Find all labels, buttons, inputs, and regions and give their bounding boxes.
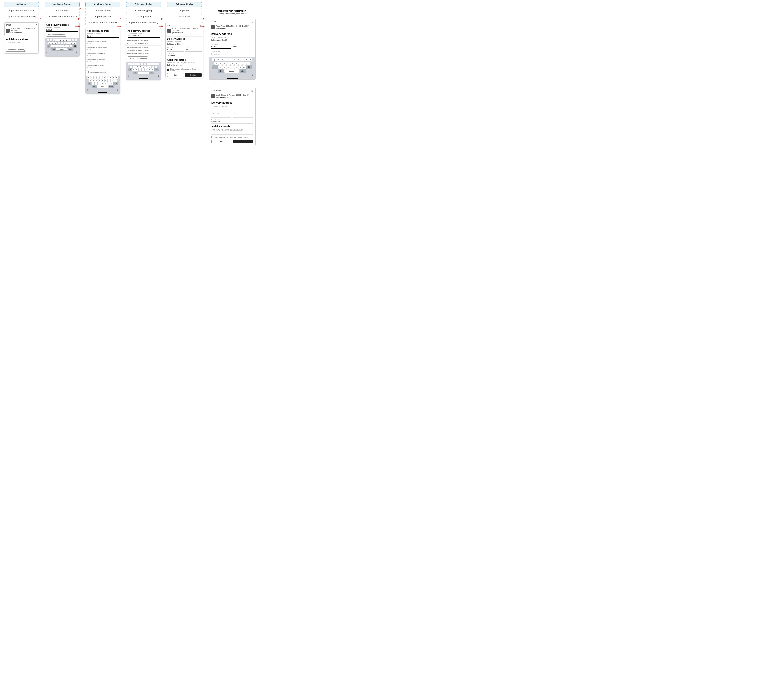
key-y[interactable]: y	[62, 39, 65, 41]
k4-o[interactable]: o	[153, 63, 156, 65]
key-v[interactable]: v	[60, 45, 63, 47]
enter-manually-btn-1[interactable]: Enter address manually	[6, 48, 26, 52]
k4-l[interactable]: l	[155, 65, 158, 68]
key-h[interactable]: h	[64, 42, 67, 44]
k3-f[interactable]: f	[98, 79, 101, 82]
key-backspace[interactable]: ⌫	[73, 45, 77, 47]
k3-a[interactable]: a	[89, 79, 92, 82]
sugg2-item-5[interactable]: Schönamer Str. 23 10785 Berlin	[126, 52, 161, 55]
k3-y[interactable]: y	[103, 76, 106, 79]
yc-confirm-btn[interactable]: Confirm	[233, 140, 253, 143]
k4-h[interactable]: h	[145, 65, 148, 68]
lpk-a[interactable]: a	[215, 62, 218, 65]
yc-back-btn[interactable]: Back	[211, 140, 232, 143]
k4-w[interactable]: w	[131, 63, 134, 65]
key-s[interactable]: s	[52, 42, 54, 44]
k3-d[interactable]: d	[95, 79, 98, 82]
k3-g[interactable]: g	[101, 79, 104, 82]
emoji-icon-3[interactable]: ☺	[87, 88, 89, 91]
lpk-backspace[interactable]: ⌫	[246, 65, 252, 69]
k4-c[interactable]: c	[139, 68, 141, 71]
billing-checkbox-5[interactable]	[167, 69, 169, 71]
k3-z[interactable]: z	[92, 82, 95, 85]
lpk-t[interactable]: t	[228, 58, 232, 61]
k3-space[interactable]: space	[97, 85, 108, 88]
k3-l[interactable]: l	[114, 79, 117, 82]
lpk-shift[interactable]: ⇧	[213, 65, 218, 69]
key-g[interactable]: g	[61, 42, 63, 44]
key-a[interactable]: a	[48, 42, 51, 44]
lpk-o[interactable]: o	[244, 58, 248, 61]
k4-a[interactable]: a	[130, 65, 133, 68]
key-j[interactable]: j	[67, 42, 70, 44]
k3-h[interactable]: h	[105, 79, 108, 82]
k4-y[interactable]: y	[144, 63, 146, 65]
sugg2-item-4[interactable]: Schönamer Str. 19 10785 Berlin	[126, 49, 161, 52]
lpk-j[interactable]: j	[238, 62, 242, 65]
dictate-icon-3[interactable]: 🎙	[117, 88, 119, 91]
lpk-f[interactable]: f	[226, 62, 230, 65]
k4-z[interactable]: z	[133, 68, 135, 71]
k3-u[interactable]: u	[106, 76, 109, 79]
lpk-y[interactable]: y	[233, 58, 236, 61]
k3-return[interactable]: return	[109, 85, 114, 88]
lpk-c[interactable]: c	[226, 65, 230, 69]
yc-close[interactable]: ×	[251, 90, 253, 93]
key-b[interactable]: b	[63, 45, 66, 47]
cart-close-5[interactable]: ×	[200, 24, 202, 26]
suggestion-item-4[interactable]: Schönberg Str. 10785 Berlin ›	[86, 57, 120, 61]
k4-m[interactable]: m	[151, 68, 154, 71]
lpk-m[interactable]: m	[243, 65, 246, 69]
suggestion-item-5[interactable]: Schönte Str. 10785 Berlin ›	[86, 63, 120, 67]
key-l[interactable]: l	[73, 42, 76, 44]
k4-g[interactable]: g	[142, 65, 145, 68]
lp-close[interactable]: ×	[252, 21, 253, 23]
k4-shift[interactable]: ⇧	[128, 68, 132, 71]
key-space[interactable]: space	[56, 48, 68, 50]
enter-manually-btn-4[interactable]: Enter address manually	[128, 56, 148, 60]
k4-p[interactable]: p	[156, 63, 159, 65]
key-return[interactable]: return	[68, 48, 73, 50]
key-shift[interactable]: ⇧	[47, 45, 50, 47]
sugg2-item-3[interactable]: Schönamer Str. 7 10785 Berlin	[126, 45, 161, 49]
k3-x[interactable]: x	[95, 82, 98, 85]
lpk-space[interactable]: space	[224, 69, 239, 73]
k4-return[interactable]: return	[150, 72, 155, 74]
lpk-p[interactable]: p	[248, 58, 252, 61]
k3-m[interactable]: m	[110, 82, 113, 85]
lpk-r[interactable]: r	[225, 58, 228, 61]
k3-b[interactable]: b	[104, 82, 107, 85]
suggestion-item-3[interactable]: Schönland Str. 10785 Berlin ›	[86, 51, 120, 55]
back-btn-5[interactable]: Back	[167, 73, 184, 77]
key-i[interactable]: i	[68, 39, 71, 41]
k4-d[interactable]: d	[136, 65, 139, 68]
key-r[interactable]: r	[56, 39, 59, 41]
k3-n[interactable]: n	[107, 82, 110, 85]
key-o[interactable]: o	[72, 39, 75, 41]
lpk-k[interactable]: k	[243, 62, 246, 65]
key-e[interactable]: e	[53, 39, 56, 41]
key-d[interactable]: d	[55, 42, 57, 44]
lpk-s[interactable]: s	[218, 62, 222, 65]
k3-k[interactable]: k	[111, 79, 114, 82]
k4-k[interactable]: k	[152, 65, 155, 68]
key-n[interactable]: n	[67, 45, 69, 47]
lpk-h[interactable]: h	[234, 62, 238, 65]
sugg2-item-2[interactable]: Schönamer Str. 15 10785 Berlin	[126, 42, 161, 45]
k3-p[interactable]: p	[115, 76, 118, 79]
key-t[interactable]: t	[59, 39, 62, 41]
lpk-i[interactable]: i	[241, 58, 244, 61]
k4-u[interactable]: u	[147, 63, 150, 65]
lpk-w[interactable]: w	[216, 58, 220, 61]
k3-e[interactable]: e	[94, 76, 96, 79]
lpk-x[interactable]: x	[223, 65, 226, 69]
lpk-abc[interactable]: ABC	[218, 69, 224, 73]
k3-v[interactable]: v	[101, 82, 104, 85]
lpk-g[interactable]: g	[231, 62, 234, 65]
lpk-e[interactable]: e	[221, 58, 224, 61]
k4-s[interactable]: s	[133, 65, 136, 68]
enter-manually-btn-2[interactable]: Enter address manually	[46, 33, 67, 37]
k4-backspace[interactable]: ⌫	[154, 68, 159, 71]
key-p[interactable]: p	[75, 39, 78, 41]
k3-shift[interactable]: ⇧	[88, 82, 91, 85]
